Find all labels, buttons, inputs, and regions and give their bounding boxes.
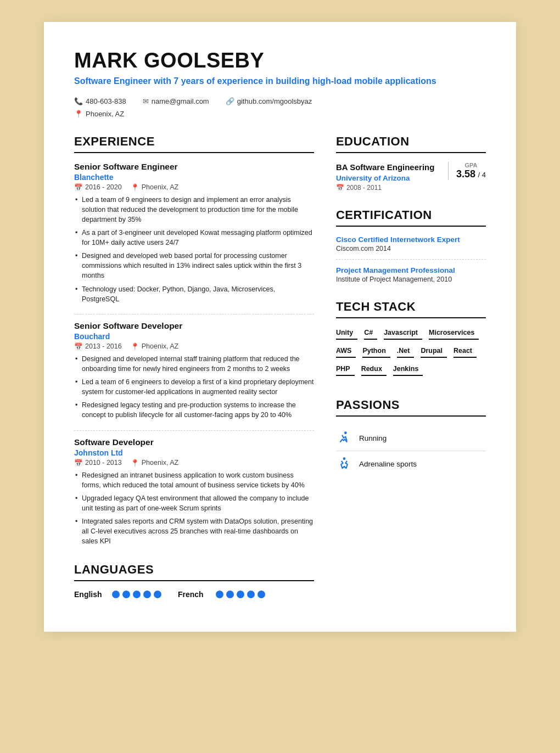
languages-section: LANGUAGES English French — [74, 563, 314, 599]
email-item: ✉ name@gmail.com — [143, 97, 209, 105]
job-location-3: 📍 Phoenix, AZ — [131, 459, 178, 467]
job-dates-2: 📅 2013 - 2016 — [74, 342, 122, 351]
dot-en-3 — [133, 591, 141, 598]
cert-detail-1: Ciscom.com 2014 — [336, 245, 486, 252]
language-english: English — [74, 590, 161, 599]
job-dates-3: 📅 2010 - 2013 — [74, 459, 122, 467]
job-meta-3: 📅 2010 - 2013 📍 Phoenix, AZ — [74, 459, 314, 467]
github-item: 🔗 github.com/mgoolsbyaz — [226, 97, 312, 105]
tech-microservices: Microservices — [429, 327, 479, 340]
location-item: 📍 Phoenix, AZ — [74, 110, 124, 118]
passions-divider — [336, 415, 486, 417]
dot-en-1 — [112, 591, 120, 598]
bullets-2: Designed and developed internal staff tr… — [74, 354, 314, 420]
job-meta-1: 📅 2016 - 2020 📍 Phoenix, AZ — [74, 183, 314, 192]
location-text: Phoenix, AZ — [86, 110, 124, 118]
job-divider-1 — [74, 314, 314, 314]
bullet-3-1: Upgraded legacy QA test environment that… — [74, 493, 314, 513]
tech-drupal: Drupal — [421, 345, 447, 358]
bullet-1-0: Led a team of 9 engineers to design and … — [74, 195, 314, 224]
main-content: EXPERIENCE Senior Software Engineer Blan… — [74, 134, 486, 599]
passion-adrenaline: Adrenaline sports — [336, 451, 486, 476]
tech-stack-section: TECH STACK Unity C# Javascript Microserv… — [336, 300, 486, 381]
github-url: github.com/mgoolsbyaz — [237, 97, 312, 105]
cert-item-1: Cisco Certified Internetwork Expert Cisc… — [336, 235, 486, 252]
cert-divider — [336, 226, 486, 227]
location-icon: 📍 — [74, 110, 83, 118]
lang-name-french: French — [178, 590, 208, 599]
cert-divider-2 — [336, 259, 486, 260]
gpa-separator: / — [478, 171, 482, 179]
bullet-1-3: Technology used: Docker, Python, Django,… — [74, 284, 314, 304]
cert-item-2: Project Management Professional Institut… — [336, 266, 486, 283]
tech-jenkins: Jenkins — [393, 363, 423, 376]
email-address: name@gmail.com — [152, 97, 209, 105]
company-3: Johnston Ltd — [74, 448, 314, 457]
dot-fr-3 — [237, 591, 244, 598]
bullet-3-0: Redesigned an intranet business applicat… — [74, 470, 314, 490]
svg-point-0 — [344, 431, 347, 434]
link-icon: 🔗 — [226, 97, 234, 105]
phone-item: 📞 480-603-838 — [74, 97, 126, 105]
pin-icon-2: 📍 — [131, 342, 139, 351]
svg-point-1 — [343, 457, 346, 460]
tech-react: React — [453, 345, 477, 358]
calendar-icon-3: 📅 — [74, 459, 83, 467]
certification-section: CERTIFICATION Cisco Certified Internetwo… — [336, 208, 486, 283]
language-french: French — [178, 590, 265, 599]
job-title-3: Software Developer — [74, 437, 314, 447]
bullets-1: Led a team of 9 engineers to design and … — [74, 195, 314, 304]
lang-dots-english — [112, 591, 161, 598]
pin-icon-3: 📍 — [131, 459, 139, 467]
passions-section: PASSIONS Running — [336, 398, 486, 476]
job-meta-2: 📅 2013 - 2016 📍 Phoenix, AZ — [74, 342, 314, 351]
job-entry-2: Senior Software Developer Bouchard 📅 201… — [74, 321, 314, 420]
experience-title: EXPERIENCE — [74, 134, 314, 149]
certification-title: CERTIFICATION — [336, 208, 486, 222]
bullet-1-1: As a part of 3-engineer unit developed K… — [74, 228, 314, 248]
tech-javascript: Javascript — [384, 327, 422, 340]
dot-fr-4 — [247, 591, 255, 598]
edu-degree: BA Software Engineering — [336, 162, 439, 173]
job-location-2: 📍 Phoenix, AZ — [131, 342, 178, 351]
bullet-3-2: Integrated sales reports and CRM system … — [74, 516, 314, 546]
tech-divider — [336, 317, 486, 318]
phone-icon: 📞 — [74, 97, 83, 105]
tech-unity: Unity — [336, 327, 357, 340]
bullets-3: Redesigned an intranet business applicat… — [74, 470, 314, 547]
pin-icon-1: 📍 — [131, 183, 139, 192]
bullet-1-2: Designed and developed web based portal … — [74, 251, 314, 280]
left-column: EXPERIENCE Senior Software Engineer Blan… — [74, 134, 314, 599]
education-left: BA Software Engineering University of Ar… — [336, 162, 439, 192]
gpa-score: 3.58 / 4 — [456, 168, 486, 180]
lang-dots-french — [216, 591, 265, 598]
passions-title: PASSIONS — [336, 398, 486, 412]
resume-paper: MARK GOOLSEBY Software Engineer with 7 y… — [44, 22, 516, 632]
dot-en-5 — [154, 591, 161, 598]
dot-fr-1 — [216, 591, 223, 598]
tech-stack-title: TECH STACK — [336, 300, 486, 314]
dot-en-4 — [143, 591, 151, 598]
edu-years: 📅 2008 - 2011 — [336, 184, 439, 192]
edu-calendar-icon: 📅 — [336, 184, 344, 192]
dot-fr-2 — [226, 591, 234, 598]
job-title-1: Senior Software Engineer — [74, 162, 314, 172]
job-divider-2 — [74, 430, 314, 431]
dot-fr-5 — [257, 591, 265, 598]
company-1: Blanchette — [74, 173, 314, 182]
gpa-max: 4 — [482, 171, 486, 179]
education-divider — [336, 152, 486, 153]
passion-adrenaline-label: Adrenaline sports — [359, 460, 417, 468]
passion-running: Running — [336, 425, 486, 451]
header-section: MARK GOOLSEBY Software Engineer with 7 y… — [74, 49, 486, 118]
right-column: EDUCATION BA Software Engineering Univer… — [336, 134, 486, 599]
calendar-icon-2: 📅 — [74, 342, 83, 351]
cert-detail-2: Institute of Project Management, 2010 — [336, 276, 486, 283]
bullet-2-2: Redesigned legacy testing and pre-produc… — [74, 400, 314, 420]
bullet-2-1: Led a team of 6 engineers to develop a f… — [74, 377, 314, 397]
adrenaline-icon — [336, 456, 352, 472]
job-title-2: Senior Software Developer — [74, 321, 314, 331]
company-2: Bouchard — [74, 332, 314, 341]
edu-school: University of Arizona — [336, 174, 439, 182]
job-dates-1: 📅 2016 - 2020 — [74, 183, 122, 192]
